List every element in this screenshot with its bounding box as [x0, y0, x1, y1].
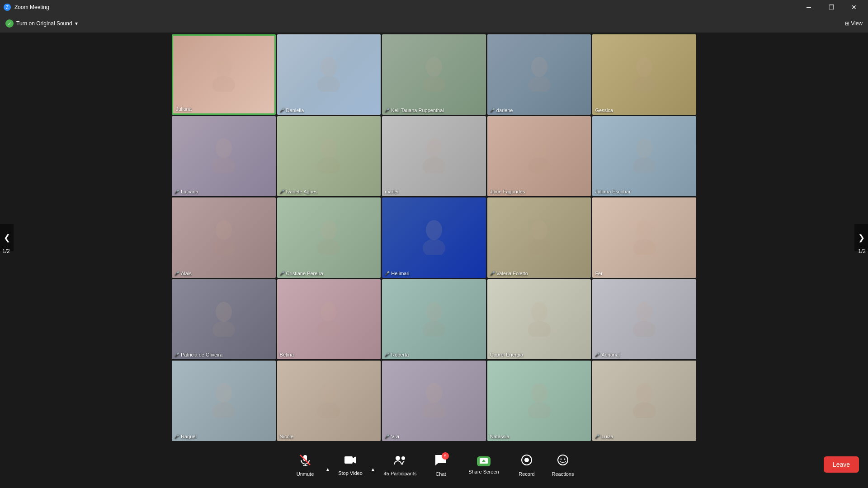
- svg-point-15: [423, 157, 445, 173]
- close-button[interactable]: ✕: [844, 0, 864, 14]
- muted-mic-icon: 🎤: [385, 271, 390, 276]
- svg-point-35: [423, 321, 445, 337]
- restore-button[interactable]: ❐: [821, 0, 842, 14]
- leave-button[interactable]: Leave: [824, 456, 859, 473]
- svg-point-36: [531, 302, 547, 322]
- participant-name: marlei: [385, 189, 398, 194]
- svg-point-57: [401, 456, 405, 460]
- next-page-arrow[interactable]: ❯: [854, 224, 868, 251]
- unmute-dropdown-arrow[interactable]: ▲: [323, 447, 332, 483]
- chat-icon: 5: [434, 454, 447, 469]
- video-cell[interactable]: Betina: [277, 279, 381, 360]
- chat-label: Chat: [435, 471, 446, 477]
- svg-point-2: [321, 57, 337, 77]
- video-cell[interactable]: 🎤Vivi: [382, 361, 486, 441]
- video-cell[interactable]: Gessica: [592, 34, 696, 115]
- video-cell[interactable]: 🎤Luciana: [172, 116, 276, 197]
- svg-point-31: [212, 321, 235, 337]
- muted-mic-icon: 🎤: [490, 271, 495, 276]
- stop-video-dropdown-arrow[interactable]: ▲: [368, 447, 377, 483]
- svg-point-37: [528, 321, 551, 337]
- title-bar-left: Z Zoom Meeting: [4, 4, 49, 11]
- stop-video-label: Stop Video: [338, 470, 363, 476]
- participant-name: 🎤Helimari: [385, 271, 409, 276]
- participants-button[interactable]: 45 Participants: [377, 447, 423, 483]
- video-cell[interactable]: 🎤Alais: [172, 197, 276, 278]
- svg-point-34: [426, 302, 442, 322]
- mic-icon: [299, 454, 311, 469]
- participant-name: 🎤Luciana: [175, 189, 198, 194]
- record-button[interactable]: Record: [509, 447, 545, 483]
- svg-point-12: [321, 138, 337, 158]
- video-cell[interactable]: 🎤darlene: [487, 34, 591, 115]
- participant-name: 🎤Keli Tauana Ruppenthal: [385, 108, 444, 113]
- chat-button[interactable]: 5 Chat: [423, 447, 459, 483]
- video-cell[interactable]: 🎤Keli Tauana Ruppenthal: [382, 34, 486, 115]
- sound-status-icon: ✓: [5, 19, 14, 28]
- video-cell[interactable]: 🎤Luiza: [592, 361, 696, 441]
- svg-point-49: [633, 402, 656, 418]
- participants-label: 45 Participants: [384, 471, 417, 476]
- unmute-group: Unmute ▲: [287, 447, 332, 483]
- svg-point-47: [528, 402, 551, 418]
- video-cell[interactable]: 🎤Valeria Foletto: [487, 197, 591, 278]
- video-cell[interactable]: Fer: [592, 197, 696, 278]
- chat-badge: 5: [442, 452, 449, 460]
- view-label: ⊞ View: [845, 20, 863, 27]
- svg-point-10: [216, 138, 232, 158]
- video-cell[interactable]: 🎤Roberta: [382, 279, 486, 360]
- reactions-icon: [557, 454, 569, 469]
- svg-marker-55: [353, 456, 356, 464]
- muted-mic-icon: 🎤: [175, 189, 179, 194]
- prev-page-arrow[interactable]: ❮: [0, 224, 14, 251]
- participant-name: 🎤Ivanete Agnes: [280, 189, 318, 194]
- svg-point-24: [426, 220, 442, 240]
- participant-name: 🎤Daniella: [280, 108, 304, 113]
- original-sound-label: Turn on Original Sound: [16, 20, 72, 27]
- minimize-button[interactable]: ─: [798, 0, 819, 14]
- svg-point-64: [564, 459, 566, 460]
- stop-video-button[interactable]: Stop Video: [332, 447, 368, 483]
- video-cell[interactable]: 🎤Patricia de Oliveira: [172, 279, 276, 360]
- stop-video-group: Stop Video ▲: [332, 447, 377, 483]
- video-cell[interactable]: Juliana: [172, 34, 276, 115]
- video-cell[interactable]: Nicole: [277, 361, 381, 441]
- svg-point-42: [321, 383, 337, 403]
- muted-mic-icon: 🎤: [175, 352, 179, 357]
- svg-point-21: [212, 239, 235, 255]
- svg-point-45: [423, 402, 445, 418]
- svg-point-23: [317, 239, 340, 255]
- video-cell[interactable]: 🎤Ivanete Agnes: [277, 116, 381, 197]
- participant-name: 🎤Alais: [175, 271, 192, 276]
- unmute-label: Unmute: [297, 471, 314, 477]
- svg-point-16: [531, 138, 547, 158]
- participant-name: Joice Fagundes: [490, 189, 525, 194]
- reactions-button[interactable]: Reactions: [545, 447, 581, 483]
- svg-point-33: [317, 321, 340, 337]
- svg-point-22: [321, 220, 337, 240]
- video-cell[interactable]: 🎤Daniella: [277, 34, 381, 115]
- video-cell[interactable]: 🎤Helimari: [382, 197, 486, 278]
- top-toolbar: ✓ Turn on Original Sound ▾ ⊞ View: [0, 14, 868, 33]
- svg-point-20: [216, 220, 232, 240]
- video-cell[interactable]: Juliana Escobar: [592, 116, 696, 197]
- unmute-button[interactable]: Unmute: [287, 447, 323, 483]
- svg-point-30: [216, 302, 232, 322]
- video-cell[interactable]: Joice Fagundes: [487, 116, 591, 197]
- camera-icon: [344, 455, 357, 468]
- muted-mic-icon: 🎤: [280, 108, 285, 113]
- participant-name: 🎤Vivi: [385, 434, 399, 439]
- svg-point-11: [212, 157, 235, 173]
- video-cell[interactable]: 🎤Adrianaj: [592, 279, 696, 360]
- video-cell[interactable]: 🎤Raquel: [172, 361, 276, 441]
- video-cell[interactable]: 🎤Cristiane Pereira: [277, 197, 381, 278]
- page-indicator-left: 1/2: [2, 248, 10, 254]
- participant-name: 🎤Adrianaj: [595, 352, 619, 357]
- video-cell[interactable]: marlei: [382, 116, 486, 197]
- video-cell[interactable]: Coprel Energia: [487, 279, 591, 360]
- svg-point-48: [636, 383, 652, 403]
- share-screen-button[interactable]: Share Screen: [459, 447, 509, 483]
- view-button[interactable]: ⊞ View: [845, 20, 863, 27]
- video-cell[interactable]: Natassia: [487, 361, 591, 441]
- original-sound-button[interactable]: ✓ Turn on Original Sound ▾: [5, 19, 78, 28]
